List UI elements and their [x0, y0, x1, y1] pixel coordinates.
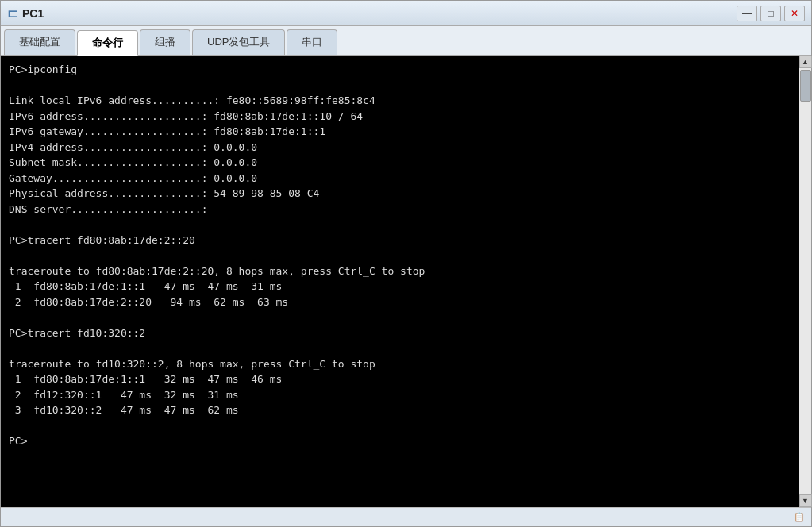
- tab-basic[interactable]: 基础配置: [4, 29, 75, 55]
- scroll-track[interactable]: [799, 68, 811, 494]
- tab-cmdline[interactable]: 命令行: [77, 30, 138, 56]
- tab-bar: 基础配置 命令行 组播 UDP发包工具 串口: [1, 26, 811, 56]
- window-controls: — □ ✕: [737, 6, 805, 21]
- tab-udp[interactable]: UDP发包工具: [192, 29, 285, 55]
- scrollbar: ▲ ▼: [799, 56, 811, 507]
- app-icon: ⊏: [7, 6, 17, 21]
- restore-button[interactable]: □: [760, 6, 781, 21]
- minimize-button[interactable]: —: [737, 6, 757, 21]
- close-button[interactable]: ✕: [784, 6, 805, 21]
- scroll-down-button[interactable]: ▼: [799, 494, 812, 507]
- title-bar: ⊏ PC1 — □ ✕: [1, 1, 811, 26]
- title-bar-left: ⊏ PC1: [7, 6, 44, 21]
- content-area: PC>ipconfig Link local IPv6 address.....…: [1, 56, 811, 507]
- tab-serial[interactable]: 串口: [287, 29, 337, 55]
- main-window: ⊏ PC1 — □ ✕ 基础配置 命令行 组播 UDP发包工具 串口 PC>ip…: [0, 0, 812, 527]
- status-bar: 📋: [1, 507, 811, 526]
- terminal-output: PC>ipconfig Link local IPv6 address.....…: [9, 62, 791, 449]
- window-title: PC1: [22, 7, 44, 20]
- tab-multicast[interactable]: 组播: [140, 29, 190, 55]
- status-icon: 📋: [794, 512, 805, 522]
- scroll-up-button[interactable]: ▲: [799, 56, 812, 68]
- scroll-thumb[interactable]: [800, 70, 811, 102]
- terminal[interactable]: PC>ipconfig Link local IPv6 address.....…: [1, 56, 799, 507]
